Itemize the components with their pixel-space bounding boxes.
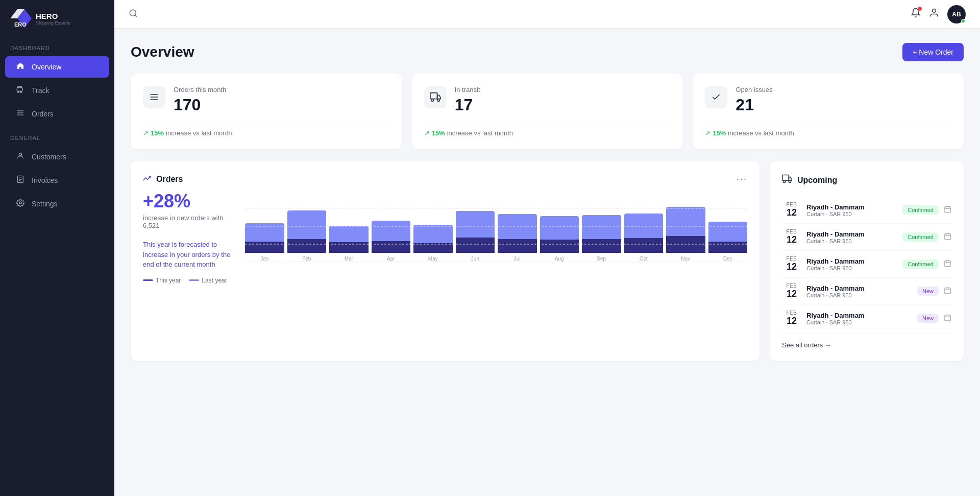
order-detail: Curtain · SAR 950 xyxy=(806,265,897,271)
order-row: FEB 12 Riyadh - Dammam Curtain · SAR 950… xyxy=(782,224,951,251)
bar-top xyxy=(582,215,621,239)
sidebar-item-orders[interactable]: Orders xyxy=(5,103,109,125)
sidebar-section-dashboard: Dashboard xyxy=(0,36,114,55)
order-info: Riyadh - Dammam Curtain · SAR 950 xyxy=(806,203,897,217)
stats-row: Orders this month 170 ↗ 15% increase vs … xyxy=(131,74,964,149)
bar-group: Feb xyxy=(287,186,327,262)
calendar-icon[interactable] xyxy=(944,314,951,323)
see-all-orders-link[interactable]: See all orders → xyxy=(782,341,831,349)
header: AB xyxy=(114,0,980,29)
logo-subtitle: Shipping Experts xyxy=(36,20,70,26)
bar-label: Oct xyxy=(640,256,648,262)
sidebar-item-track[interactable]: Track xyxy=(5,80,109,101)
chart-card: Orders ··· +28% increase in new orders w… xyxy=(131,161,760,361)
orders-icon xyxy=(15,109,26,119)
new-order-button[interactable]: + New Order xyxy=(902,43,964,61)
issues-stat-label: Open issues xyxy=(736,86,772,93)
order-info: Riyadh - Dammam Curtain · SAR 950 xyxy=(806,285,912,298)
header-right: AB xyxy=(911,5,966,23)
order-row: FEB 12 Riyadh - Dammam Curtain · SAR 950… xyxy=(782,251,951,278)
notification-dot xyxy=(918,7,922,11)
bar-top xyxy=(498,214,537,239)
order-route: Riyadh - Dammam xyxy=(806,285,912,292)
bar-label: Mar xyxy=(345,256,353,262)
legend-last-year: Last year xyxy=(189,277,227,284)
sidebar-item-track-label: Track xyxy=(32,86,49,95)
messages-button[interactable] xyxy=(929,8,939,20)
sidebar-item-invoices[interactable]: Invoices xyxy=(5,170,109,191)
bar-top xyxy=(708,222,748,242)
notifications-button[interactable] xyxy=(911,8,921,20)
bar-bottom xyxy=(708,242,748,253)
page-header: Overview + New Order xyxy=(131,43,964,61)
calendar-icon[interactable] xyxy=(944,205,951,215)
bar-label: Jul xyxy=(514,256,521,262)
order-detail: Curtain · SAR 950 xyxy=(806,211,897,217)
order-day: 12 xyxy=(782,289,801,299)
last-year-dot xyxy=(189,279,199,281)
bar-label: Nov xyxy=(681,256,690,262)
bar-bottom xyxy=(329,242,369,253)
online-indicator xyxy=(961,19,965,23)
logo: ERO HERO Shipping Experts xyxy=(0,0,114,36)
order-info: Riyadh - Dammam Curtain · SAR 950 xyxy=(806,230,897,244)
svg-rect-27 xyxy=(782,175,789,181)
order-month: FEB xyxy=(782,229,801,234)
svg-point-15 xyxy=(130,10,136,16)
order-row: FEB 12 Riyadh - Dammam Curtain · SAR 950… xyxy=(782,305,951,332)
transit-trend-icon: ↗ xyxy=(424,129,430,137)
svg-rect-34 xyxy=(945,234,950,240)
chart-title-text: Orders xyxy=(156,175,183,184)
upcoming-title: Upcoming xyxy=(797,176,837,185)
bar-top xyxy=(540,216,579,240)
bar-label: May xyxy=(428,256,438,262)
chart-bars: JanFebMarAprMayJunJulAugSepOctNovDec xyxy=(245,191,747,262)
sidebar-section-general: General xyxy=(0,126,114,145)
order-date: FEB 12 xyxy=(782,256,801,272)
user-avatar[interactable]: AB xyxy=(947,5,966,23)
svg-rect-42 xyxy=(945,288,950,294)
svg-point-29 xyxy=(789,180,791,182)
home-icon xyxy=(15,62,26,72)
chart-title: Orders xyxy=(143,174,183,184)
bar-group: Nov xyxy=(666,186,705,262)
search-button[interactable] xyxy=(129,9,138,20)
bar-top xyxy=(666,207,705,236)
page-content: Overview + New Order Orders this month 1… xyxy=(114,29,980,496)
invoices-icon xyxy=(15,175,26,185)
bar-bottom xyxy=(582,239,621,253)
calendar-icon[interactable] xyxy=(944,232,951,242)
order-date: FEB 12 xyxy=(782,202,801,218)
new-order-label: + New Order xyxy=(913,48,953,56)
svg-point-9 xyxy=(19,153,21,156)
calendar-icon[interactable] xyxy=(944,259,951,269)
sidebar-item-overview[interactable]: Overview xyxy=(5,56,109,78)
bar-bottom xyxy=(540,240,579,253)
last-year-label: Last year xyxy=(202,277,227,284)
bar-group: Sep xyxy=(582,186,621,262)
bar-label: Feb xyxy=(302,256,311,262)
sidebar-item-settings[interactable]: Settings xyxy=(5,193,109,215)
bar-label: Aug xyxy=(555,256,564,262)
orders-stat-icon xyxy=(143,86,165,108)
order-info: Riyadh - Dammam Curtain · SAR 950 xyxy=(806,312,912,325)
sidebar-item-customers[interactable]: Customers xyxy=(5,146,109,168)
svg-point-23 xyxy=(437,99,439,102)
legend-this-year: This year xyxy=(143,277,181,284)
order-date: FEB 12 xyxy=(782,283,801,299)
chart-right: JanFebMarAprMayJunJulAugSepOctNovDec xyxy=(245,191,747,284)
bar-bottom xyxy=(456,238,495,253)
svg-rect-38 xyxy=(945,261,950,267)
bar-top xyxy=(624,214,664,239)
svg-point-5 xyxy=(20,91,22,93)
bar-group: Jan xyxy=(245,186,284,262)
order-detail: Curtain · SAR 950 xyxy=(806,319,912,325)
chart-more-button[interactable]: ··· xyxy=(737,174,747,184)
svg-text:ERO: ERO xyxy=(14,21,27,28)
bar-label: Apr xyxy=(387,256,395,262)
calendar-icon[interactable] xyxy=(944,287,951,296)
svg-rect-21 xyxy=(430,93,437,99)
svg-point-14 xyxy=(19,202,21,204)
svg-rect-3 xyxy=(17,88,22,91)
issues-stat-value: 21 xyxy=(736,96,772,114)
